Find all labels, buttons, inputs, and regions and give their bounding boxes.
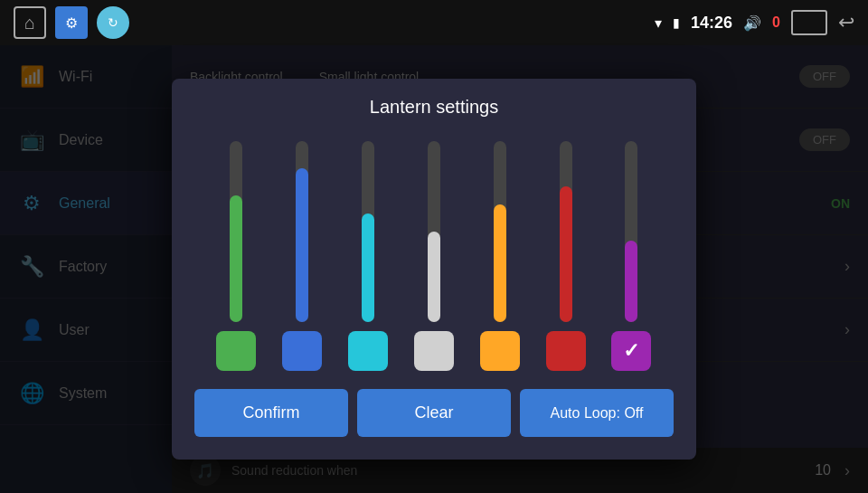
dialog-buttons: Confirm Clear Auto Loop: Off <box>194 389 674 437</box>
home-button[interactable] <box>14 6 46 39</box>
status-left: ⚙ ↻ <box>14 6 129 39</box>
status-right: ▾ ▮ 14:26 🔊 0 ↩ <box>655 10 854 35</box>
slider-fill-green <box>230 195 242 322</box>
slider-thumb-cyan[interactable] <box>348 331 388 371</box>
slider-red <box>546 136 586 371</box>
slider-thumb-red[interactable] <box>546 331 586 371</box>
slider-thumb-white[interactable] <box>414 331 454 371</box>
slider-thumb-blue[interactable] <box>282 331 322 371</box>
slider-thumb-green[interactable] <box>216 331 256 371</box>
slider-track-purple[interactable] <box>625 141 637 322</box>
slider-purple <box>611 136 651 371</box>
slider-thumb-purple[interactable] <box>611 331 651 371</box>
slider-track-blue[interactable] <box>296 141 308 322</box>
modal-overlay: Lantern settings <box>0 45 868 493</box>
slider-green <box>216 136 256 371</box>
sliders-container <box>194 136 674 371</box>
time-display: 14:26 <box>691 14 732 33</box>
slider-fill-red <box>560 186 572 322</box>
slider-white <box>414 136 454 371</box>
gear-button[interactable]: ⚙ <box>55 6 88 39</box>
slider-fill-cyan <box>362 213 374 322</box>
slider-fill-blue <box>296 168 308 322</box>
dialog-title: Lantern settings <box>194 97 674 118</box>
back-button[interactable]: ↩ <box>838 11 854 34</box>
slider-fill-white <box>428 232 440 322</box>
slider-fill-purple <box>625 241 637 322</box>
screen-button[interactable] <box>791 10 827 35</box>
slider-cyan <box>348 136 388 371</box>
volume-icon: 🔊 <box>743 14 761 32</box>
slider-track-cyan[interactable] <box>362 141 374 322</box>
confirm-button[interactable]: Confirm <box>194 389 348 437</box>
slider-blue <box>282 136 322 371</box>
slider-thumb-orange[interactable] <box>480 331 520 371</box>
autoloop-button[interactable]: Auto Loop: Off <box>520 389 674 437</box>
battery-icon: ▮ <box>673 15 680 30</box>
slider-orange <box>480 136 520 371</box>
volume-number: 0 <box>772 14 780 31</box>
clear-button[interactable]: Clear <box>357 389 511 437</box>
wifi-icon: ▾ <box>655 14 662 32</box>
slider-track-white[interactable] <box>428 141 440 322</box>
slider-track-orange[interactable] <box>494 141 506 322</box>
slider-fill-orange <box>494 204 506 322</box>
lantern-dialog: Lantern settings <box>172 79 696 460</box>
status-bar: ⚙ ↻ ▾ ▮ 14:26 🔊 0 ↩ <box>0 0 868 45</box>
refresh-button[interactable]: ↻ <box>97 6 129 39</box>
slider-track-green[interactable] <box>230 141 242 322</box>
slider-track-red[interactable] <box>560 141 572 322</box>
